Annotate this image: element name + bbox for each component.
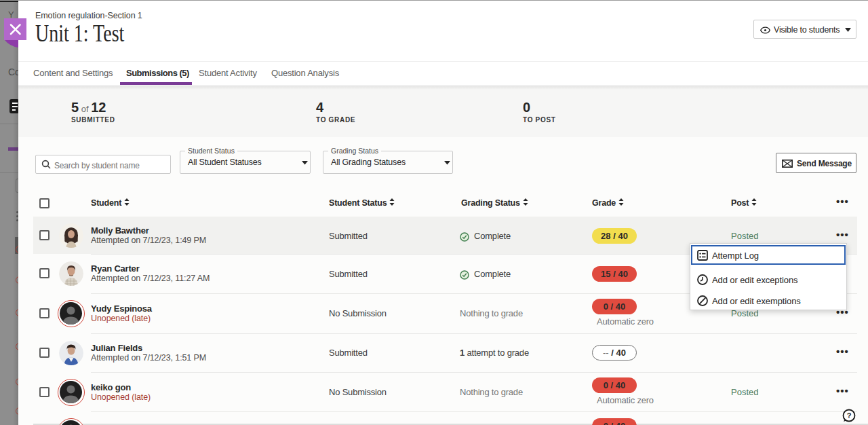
svg-text:?: ? [847, 411, 852, 420]
